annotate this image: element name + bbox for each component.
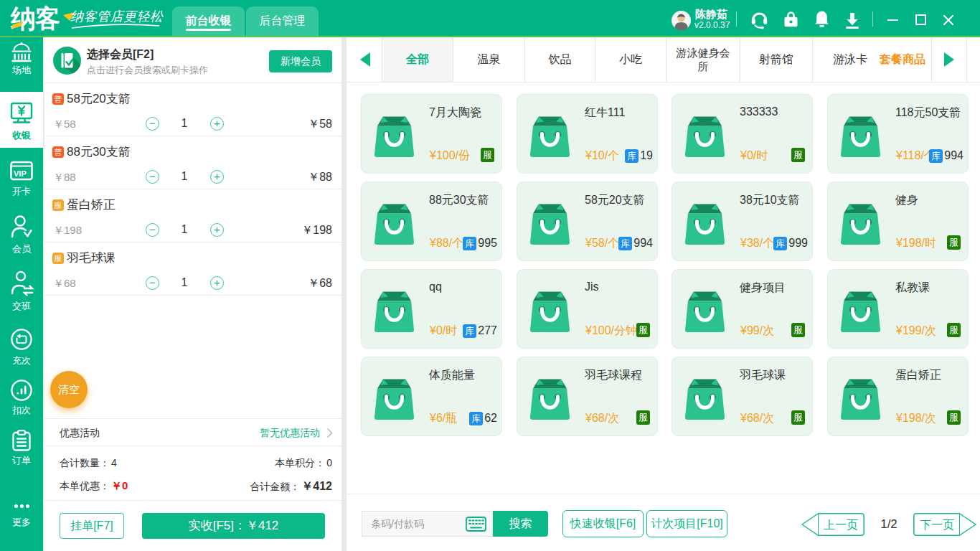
svg-text:下一页: 下一页 <box>920 519 954 531</box>
svg-text:纳客管店更轻松: 纳客管店更轻松 <box>70 9 164 24</box>
svg-text:上一页: 上一页 <box>824 519 858 531</box>
svg-text:VIP: VIP <box>14 169 27 178</box>
